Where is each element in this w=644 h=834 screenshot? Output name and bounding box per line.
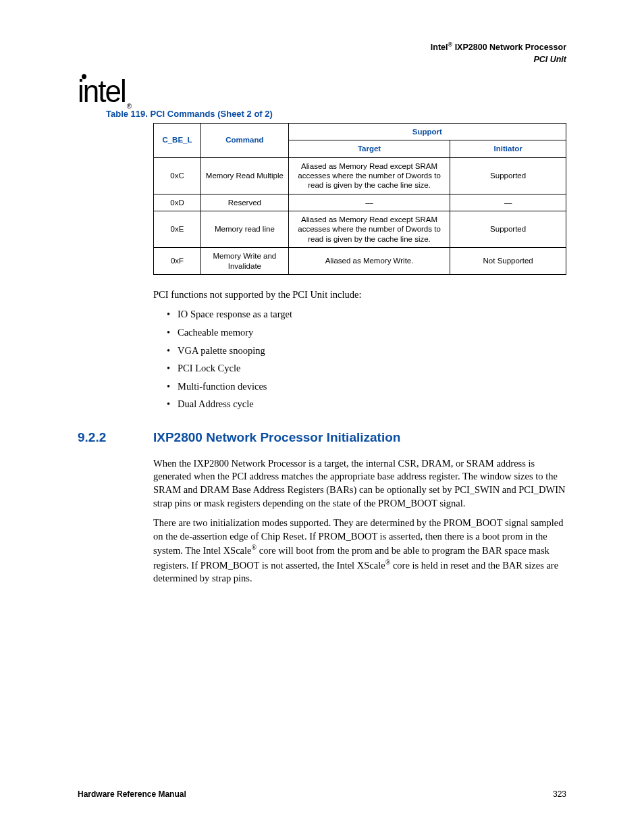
cell-command: Memory Write and Invalidate: [200, 248, 288, 275]
reg-mark-icon: ®: [252, 544, 257, 551]
paragraph-2: There are two initialization modes suppo…: [153, 517, 566, 585]
list-item: PCI Lock Cycle: [167, 362, 566, 375]
cell-target: Aliased as Memory Read except SRAM acces…: [288, 157, 450, 194]
intro-line: PCI functions not supported by the PCI U…: [153, 288, 566, 302]
table-row: 0xD Reserved — —: [154, 194, 566, 211]
header-product-name: IXP2800 Network Processor: [452, 43, 566, 52]
cell-command: Reserved: [200, 194, 288, 211]
footer-page-number: 323: [553, 789, 566, 799]
list-item: IO Space response as a target: [167, 308, 566, 321]
th-target: Target: [288, 140, 450, 157]
cell-target: —: [288, 194, 450, 211]
header-product-prefix: Intel: [431, 43, 448, 52]
page-header: Intel® IXP2800 Network Processor PCI Uni…: [78, 41, 566, 66]
cell-initiator: Supported: [450, 157, 566, 194]
cell-target: Aliased as Memory Write.: [288, 248, 450, 275]
cell-command: Memory Read Multiple: [200, 157, 288, 194]
header-subunit: PCI Unit: [78, 54, 566, 66]
list-item: Cacheable memory: [167, 326, 566, 340]
table-row: 0xE Memory read line Aliased as Memory R…: [154, 211, 566, 248]
cell-cbel: 0xE: [154, 211, 201, 248]
list-item: VGA palette snooping: [167, 344, 566, 358]
th-cbel: C_BE_L: [154, 123, 201, 157]
cell-command: Memory read line: [200, 211, 288, 248]
cell-initiator: —: [450, 194, 566, 211]
list-item: Multi-function devices: [167, 380, 566, 394]
intel-logo: intel®: [78, 77, 129, 105]
section-title: IXP2800 Network Processor Initialization: [153, 430, 400, 445]
cell-target: Aliased as Memory Read except SRAM acces…: [288, 211, 450, 248]
th-support: Support: [288, 123, 566, 140]
section-heading-row: 9.2.2 IXP2800 Network Processor Initiali…: [78, 430, 566, 445]
table-row: 0xC Memory Read Multiple Aliased as Memo…: [154, 157, 566, 194]
table-row: 0xF Memory Write and Invalidate Aliased …: [154, 248, 566, 275]
th-command: Command: [200, 123, 288, 157]
footer-left: Hardware Reference Manual: [78, 789, 186, 799]
table-caption: Table 119. PCI Commands (Sheet 2 of 2): [106, 109, 566, 119]
page-footer: Hardware Reference Manual 323: [78, 789, 566, 799]
cell-cbel: 0xF: [154, 248, 201, 275]
section-number: 9.2.2: [78, 430, 153, 445]
list-item: Dual Address cycle: [167, 398, 566, 411]
cell-cbel: 0xC: [154, 157, 201, 194]
cell-cbel: 0xD: [154, 194, 201, 211]
cell-initiator: Supported: [450, 211, 566, 248]
th-initiator: Initiator: [450, 140, 566, 157]
pci-commands-table: C_BE_L Command Support Target Initiator …: [153, 123, 566, 275]
paragraph-1: When the IXP2800 Network Processor is a …: [153, 457, 566, 510]
cell-initiator: Not Supported: [450, 248, 566, 275]
reg-mark-icon: ®: [127, 103, 130, 111]
unsupported-list: IO Space response as a target Cacheable …: [167, 308, 566, 411]
